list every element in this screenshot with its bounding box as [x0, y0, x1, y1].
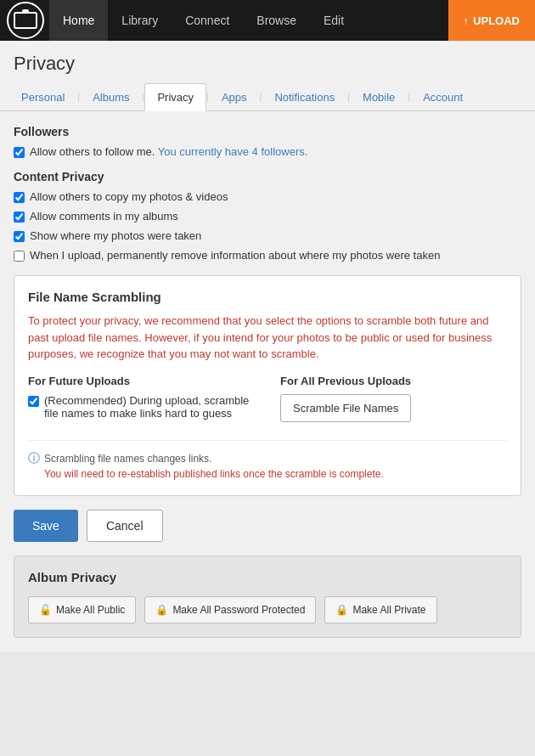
scramble-box: File Name Scrambling To protect your pri…	[14, 275, 521, 496]
nav-connect[interactable]: Connect	[172, 0, 243, 41]
nav-home[interactable]: Home	[49, 0, 108, 41]
scramble-columns: For Future Uploads (Recommended) During …	[28, 375, 507, 426]
copy-checkbox-row: Allow others to copy my photos & videos	[14, 190, 521, 203]
nav-items: Home Library Connect Browse Edit	[49, 0, 448, 41]
private-icon: 🔒	[335, 604, 348, 616]
location-checkbox[interactable]	[14, 231, 25, 242]
future-scramble-checkbox-row: (Recommended) During upload, scramble fi…	[28, 394, 255, 420]
save-button[interactable]: Save	[14, 510, 78, 542]
album-privacy-title: Album Privacy	[28, 570, 507, 584]
location-checkbox-row: Show where my photos were taken	[14, 229, 521, 242]
upload-arrow-icon: ↑	[464, 14, 470, 27]
remove-location-label: When I upload, permanently remove inform…	[30, 249, 440, 262]
future-uploads-col: For Future Uploads (Recommended) During …	[28, 375, 255, 426]
album-privacy-buttons: 🔓 Make All Public 🔒 Make All Password Pr…	[28, 596, 507, 623]
followers-link[interactable]: You currently have 4 followers.	[158, 145, 308, 158]
make-all-private-label: Make All Private	[352, 604, 425, 616]
past-uploads-col: For All Previous Uploads Scramble File N…	[280, 375, 507, 426]
upload-label: UPLOAD	[473, 14, 520, 27]
followers-section-title: Followers	[14, 125, 521, 138]
past-uploads-title: For All Previous Uploads	[280, 375, 507, 387]
top-navigation: Home Library Connect Browse Edit ↑ UPLOA…	[0, 0, 535, 41]
scramble-note: ⓘ Scrambling file names changes links. Y…	[28, 440, 507, 482]
comments-checkbox-row: Allow comments in my albums	[14, 210, 521, 223]
sub-tabs: Personal | Albums | Privacy | Apps | Not…	[0, 83, 535, 111]
make-all-password-button[interactable]: 🔒 Make All Password Protected	[144, 596, 316, 623]
make-all-private-button[interactable]: 🔒 Make All Private	[324, 596, 436, 623]
content-privacy-section: Content Privacy Allow others to copy my …	[14, 170, 521, 262]
make-all-password-label: Make All Password Protected	[172, 604, 305, 616]
main-area: Followers Allow others to follow me. You…	[0, 111, 535, 652]
follow-label-text: Allow others to follow me.	[30, 145, 155, 158]
cancel-button[interactable]: Cancel	[87, 510, 163, 542]
comments-checkbox[interactable]	[14, 212, 25, 223]
remove-location-checkbox[interactable]	[14, 251, 25, 262]
future-uploads-title: For Future Uploads	[28, 375, 255, 387]
scramble-note-link: You will need to re-establish published …	[44, 468, 384, 480]
tab-mobile[interactable]: Mobile	[350, 83, 408, 111]
follow-label: Allow others to follow me. You currently…	[30, 145, 307, 158]
tab-personal[interactable]: Personal	[8, 83, 77, 111]
future-scramble-label: (Recommended) During upload, scramble fi…	[44, 394, 255, 420]
tab-account[interactable]: Account	[410, 83, 476, 111]
copy-checkbox[interactable]	[14, 192, 25, 203]
public-icon: 🔓	[39, 604, 52, 616]
tab-notifications[interactable]: Notifications	[262, 83, 347, 111]
tab-albums[interactable]: Albums	[80, 83, 142, 111]
nav-browse[interactable]: Browse	[243, 0, 310, 41]
logo[interactable]	[7, 2, 44, 39]
nav-edit[interactable]: Edit	[310, 0, 358, 41]
password-icon: 🔒	[155, 604, 168, 616]
logo-icon	[14, 12, 37, 29]
remove-location-checkbox-row: When I upload, permanently remove inform…	[14, 249, 521, 262]
make-all-public-label: Make All Public	[56, 604, 125, 616]
album-privacy-section: Album Privacy 🔓 Make All Public 🔒 Make A…	[14, 556, 521, 638]
info-icon: ⓘ	[28, 451, 40, 466]
location-label: Show where my photos were taken	[30, 229, 201, 242]
action-buttons: Save Cancel	[14, 510, 521, 542]
page-title: Privacy	[0, 41, 535, 83]
upload-button[interactable]: ↑ UPLOAD	[448, 0, 535, 41]
scramble-note-main: Scrambling file names changes links.	[44, 453, 211, 465]
follow-checkbox-row: Allow others to follow me. You currently…	[14, 145, 521, 158]
copy-label: Allow others to copy my photos & videos	[30, 190, 228, 203]
comments-label: Allow comments in my albums	[30, 210, 178, 223]
scramble-desc: To protect your privacy, we recommend th…	[28, 313, 507, 363]
nav-library[interactable]: Library	[108, 0, 172, 41]
scramble-file-names-button[interactable]: Scramble File Names	[280, 394, 411, 422]
content-privacy-title: Content Privacy	[14, 170, 521, 183]
scramble-title: File Name Scrambling	[28, 290, 507, 304]
future-scramble-checkbox[interactable]	[28, 396, 39, 407]
tab-privacy[interactable]: Privacy	[144, 83, 206, 111]
page-content: Privacy Personal | Albums | Privacy | Ap…	[0, 41, 535, 652]
follow-checkbox[interactable]	[14, 147, 25, 158]
make-all-public-button[interactable]: 🔓 Make All Public	[28, 596, 136, 623]
tab-apps[interactable]: Apps	[209, 83, 260, 111]
scramble-note-text: Scrambling file names changes links. You…	[44, 451, 384, 482]
